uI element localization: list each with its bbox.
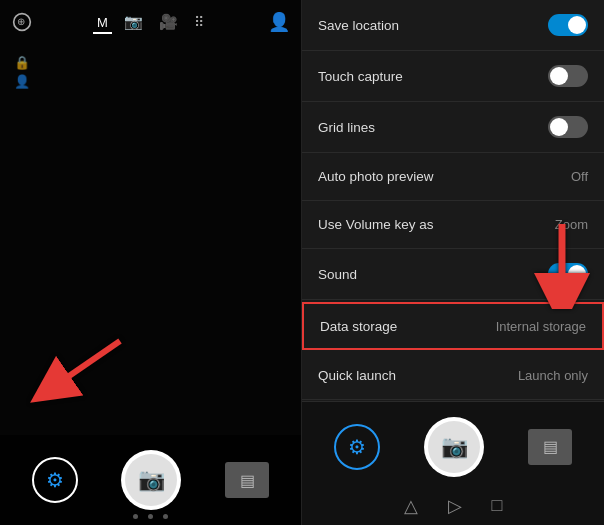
flash-icon[interactable]: ⊕ [8, 8, 36, 36]
capture-icon-left: 📷 [125, 454, 177, 506]
capture-button-left[interactable]: 📷 [121, 450, 181, 510]
toggle-thumb [568, 16, 586, 34]
toggle-thumb-2 [550, 67, 568, 85]
gallery-button-right[interactable]: ▤ [528, 429, 572, 465]
capture-button-right[interactable]: 📷 [424, 417, 484, 477]
nav-dot-3 [163, 514, 168, 519]
capture-icon-right: 📷 [428, 421, 480, 473]
settings-item-grid-lines[interactable]: Grid lines [302, 102, 604, 153]
sound-toggle[interactable] [548, 263, 588, 285]
toggle-thumb-sound [568, 265, 586, 283]
settings-item-touch-capture[interactable]: Touch capture [302, 51, 604, 102]
bottom-bar-left: ⚙ 📷 ▤ [0, 435, 301, 525]
settings-button-right[interactable]: ⚙ [334, 424, 380, 470]
grid-lines-toggle[interactable] [548, 116, 588, 138]
settings-item-save-location[interactable]: Save location [302, 0, 604, 51]
mode-tabs: M 📷 🎥 ⠿ [93, 11, 208, 33]
quick-launch-value: Launch only [518, 368, 588, 383]
gallery-icon-left: ▤ [240, 471, 255, 490]
camera-left-panel: ⊕ M 📷 🎥 ⠿ 👤 🔒 👤 ⚙ [0, 0, 302, 525]
settings-list: Save location Touch capture Grid lines A… [302, 0, 604, 401]
nav-buttons-right: △ ▷ □ [302, 491, 604, 525]
auto-preview-label: Auto photo preview [318, 169, 434, 184]
settings-item-data-storage[interactable]: Data storage Internal storage [302, 302, 604, 350]
mode-tab-video[interactable]: 🎥 [155, 11, 182, 33]
data-storage-label: Data storage [320, 319, 397, 334]
grid-lines-label: Grid lines [318, 120, 375, 135]
nav-dot-1 [133, 514, 138, 519]
settings-item-quick-launch[interactable]: Quick launch Launch only [302, 352, 604, 400]
toggle-thumb-3 [550, 118, 568, 136]
volume-key-value: Zoom [555, 217, 588, 232]
settings-item-sound[interactable]: Sound [302, 249, 604, 300]
mode-tab-m[interactable]: M [93, 13, 112, 32]
sound-label: Sound [318, 267, 357, 282]
nav-back-button[interactable]: △ [404, 495, 418, 517]
settings-button-left[interactable]: ⚙ [32, 457, 78, 503]
nav-dot-2 [148, 514, 153, 519]
gear-icon-right: ⚙ [348, 435, 366, 459]
top-bar-left: ⊕ M 📷 🎥 ⠿ 👤 [0, 0, 301, 44]
nav-dots-left [0, 514, 301, 519]
mode-tab-photo[interactable]: 📷 [120, 11, 147, 33]
quick-launch-label: Quick launch [318, 368, 396, 383]
auto-preview-value: Off [571, 169, 588, 184]
settings-item-auto-preview[interactable]: Auto photo preview Off [302, 153, 604, 201]
nav-home-button[interactable]: □ [492, 495, 503, 517]
settings-item-volume-key[interactable]: Use Volume key as Zoom [302, 201, 604, 249]
mode-tab-grid[interactable]: ⠿ [190, 12, 208, 32]
profile-icon[interactable]: 👤 [265, 8, 293, 36]
save-location-label: Save location [318, 18, 399, 33]
gear-icon-left: ⚙ [46, 468, 64, 492]
bottom-bar-right: ⚙ 📷 ▤ [302, 401, 604, 491]
volume-key-label: Use Volume key as [318, 217, 434, 232]
nav-forward-button[interactable]: ▷ [448, 495, 462, 517]
save-location-toggle[interactable] [548, 14, 588, 36]
data-storage-value: Internal storage [496, 319, 586, 334]
touch-capture-toggle[interactable] [548, 65, 588, 87]
side-icons: 🔒 👤 [14, 55, 30, 89]
camera-right-panel: Save location Touch capture Grid lines A… [302, 0, 604, 525]
svg-text:⊕: ⊕ [17, 16, 25, 27]
touch-capture-label: Touch capture [318, 69, 403, 84]
gallery-button-left[interactable]: ▤ [225, 462, 269, 498]
gallery-icon-right: ▤ [543, 437, 558, 456]
